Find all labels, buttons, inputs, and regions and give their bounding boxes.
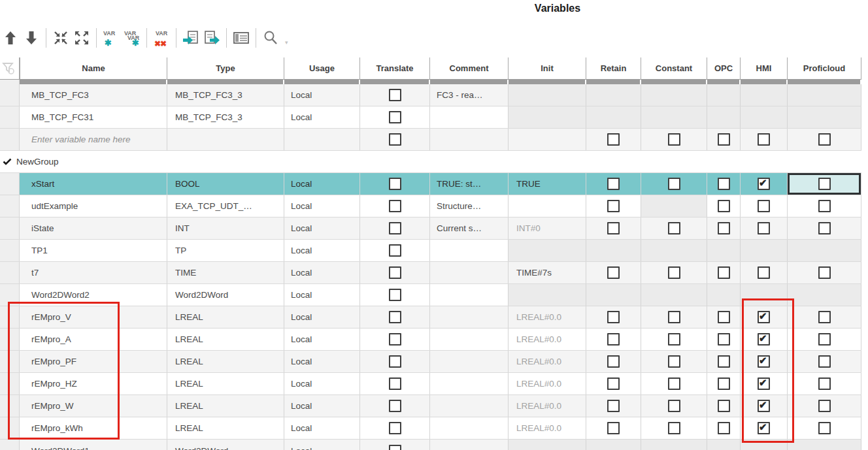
proficloud-cell[interactable] xyxy=(788,306,861,328)
checkbox-unchecked[interactable] xyxy=(718,266,730,279)
init-cell[interactable]: LREAL#0.0 xyxy=(509,373,586,394)
retain-cell[interactable] xyxy=(586,195,641,217)
comment-cell[interactable]: Current s… xyxy=(430,217,509,239)
proficloud-cell[interactable] xyxy=(788,173,861,195)
constant-cell[interactable] xyxy=(641,195,707,217)
proficloud-cell[interactable] xyxy=(788,195,861,217)
checkbox-unchecked[interactable] xyxy=(718,311,730,323)
checkbox-unchecked[interactable] xyxy=(818,133,831,146)
type-cell[interactable]: LREAL xyxy=(167,373,284,394)
checkbox-unchecked[interactable] xyxy=(607,178,620,190)
move-down-button[interactable] xyxy=(22,27,41,48)
constant-cell[interactable] xyxy=(641,173,707,195)
usage-cell[interactable]: Local xyxy=(284,351,360,372)
init-cell[interactable]: LREAL#0.0 xyxy=(509,306,586,328)
opc-cell[interactable] xyxy=(707,240,741,261)
collapse-all-button[interactable] xyxy=(51,27,71,48)
constant-cell[interactable] xyxy=(641,417,707,439)
constant-cell[interactable] xyxy=(641,395,707,417)
translate-cell[interactable] xyxy=(360,129,430,150)
proficloud-cell[interactable] xyxy=(788,106,861,128)
hmi-cell[interactable] xyxy=(741,440,788,450)
usage-cell[interactable]: Local xyxy=(284,240,360,261)
hmi-cell[interactable] xyxy=(741,329,788,350)
retain-cell[interactable] xyxy=(586,440,641,450)
type-cell[interactable]: LREAL xyxy=(167,306,284,328)
checkbox-unchecked[interactable] xyxy=(818,355,831,368)
type-cell[interactable]: LREAL xyxy=(167,395,284,417)
opc-cell[interactable] xyxy=(707,351,741,372)
hmi-cell[interactable] xyxy=(741,262,788,283)
init-cell[interactable] xyxy=(509,195,586,217)
comment-cell[interactable] xyxy=(430,395,509,417)
opc-cell[interactable] xyxy=(707,84,741,106)
checkbox-unchecked[interactable] xyxy=(818,333,831,346)
checkbox-unchecked[interactable] xyxy=(818,400,831,412)
name-cell[interactable]: Word2DWord2 xyxy=(20,284,167,306)
checkbox-checked[interactable] xyxy=(758,311,770,323)
translate-cell[interactable] xyxy=(360,106,430,128)
init-cell[interactable] xyxy=(509,440,586,450)
checkbox-unchecked[interactable] xyxy=(718,133,730,146)
translate-cell[interactable] xyxy=(360,284,430,306)
init-cell[interactable]: LREAL#0.0 xyxy=(509,329,586,350)
checkbox-unchecked[interactable] xyxy=(607,133,620,146)
retain-cell[interactable] xyxy=(586,106,641,128)
proficloud-cell[interactable] xyxy=(788,395,861,417)
checkbox-checked[interactable] xyxy=(758,355,770,368)
retain-cell[interactable] xyxy=(586,262,641,283)
init-cell[interactable]: LREAL#0.0 xyxy=(509,351,586,372)
hmi-cell[interactable] xyxy=(741,284,788,306)
hmi-cell[interactable] xyxy=(741,217,788,239)
opc-cell[interactable] xyxy=(707,329,741,350)
hmi-cell[interactable] xyxy=(741,106,788,128)
checkbox-unchecked[interactable] xyxy=(607,311,620,323)
type-cell[interactable]: MB_TCP_FC3_3 xyxy=(167,106,284,128)
constant-cell[interactable] xyxy=(641,262,707,283)
retain-cell[interactable] xyxy=(586,217,641,239)
proficloud-cell[interactable] xyxy=(788,351,861,372)
opc-cell[interactable] xyxy=(707,195,741,217)
opc-cell[interactable] xyxy=(707,106,741,128)
retain-cell[interactable] xyxy=(586,129,641,150)
type-cell[interactable] xyxy=(167,129,284,150)
type-cell[interactable]: EXA_TCP_UDT_… xyxy=(167,195,284,217)
init-cell[interactable]: TIME#7s xyxy=(509,262,586,283)
checkbox-unchecked[interactable] xyxy=(389,266,401,279)
export-csv-button[interactable] xyxy=(202,27,222,48)
checkbox-unchecked[interactable] xyxy=(818,378,831,390)
checkbox-checked[interactable] xyxy=(758,422,770,434)
translate-cell[interactable] xyxy=(360,373,430,394)
proficloud-cell[interactable] xyxy=(788,240,861,261)
comment-cell[interactable] xyxy=(430,306,509,328)
usage-cell[interactable]: Local xyxy=(284,284,360,306)
constant-cell[interactable] xyxy=(641,373,707,394)
retain-cell[interactable] xyxy=(586,240,641,261)
comment-cell[interactable] xyxy=(430,129,509,150)
checkbox-unchecked[interactable] xyxy=(389,422,401,434)
checkbox-unchecked[interactable] xyxy=(607,222,620,234)
proficloud-cell[interactable] xyxy=(788,84,861,106)
duplicate-variable-button[interactable]: VAR VAR ✱ xyxy=(122,27,142,48)
translate-cell[interactable] xyxy=(360,262,430,283)
translate-cell[interactable] xyxy=(360,173,430,195)
type-cell[interactable]: TP xyxy=(167,240,284,261)
name-cell[interactable]: iState xyxy=(20,217,167,239)
constant-cell[interactable] xyxy=(641,284,707,306)
usage-cell[interactable]: Local xyxy=(284,106,360,128)
comment-cell[interactable] xyxy=(430,329,509,350)
checkbox-unchecked[interactable] xyxy=(389,333,401,346)
retain-cell[interactable] xyxy=(586,373,641,394)
checkbox-unchecked[interactable] xyxy=(389,200,401,212)
checkbox-unchecked[interactable] xyxy=(389,400,401,412)
name-cell[interactable]: MB_TCP_FC31 xyxy=(20,106,167,128)
opc-cell[interactable] xyxy=(707,173,741,195)
proficloud-cell[interactable] xyxy=(788,373,861,394)
name-cell[interactable]: rEMpro_A xyxy=(20,329,167,350)
retain-cell[interactable] xyxy=(586,84,641,106)
comment-cell[interactable] xyxy=(430,440,509,450)
comment-cell[interactable] xyxy=(430,106,509,128)
init-cell[interactable]: LREAL#0.0 xyxy=(509,395,586,417)
translate-cell[interactable] xyxy=(360,440,430,450)
name-cell[interactable]: t7 xyxy=(20,262,167,283)
